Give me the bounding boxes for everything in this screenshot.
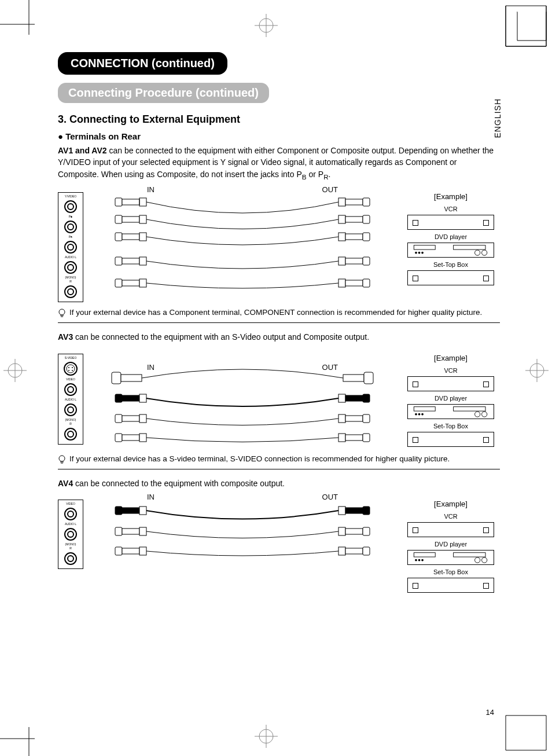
svg-rect-60 (343, 375, 364, 381)
svg-rect-92 (345, 508, 363, 513)
stb-icon (407, 270, 494, 285)
tip-svideo: If your external device has a S-video te… (58, 454, 500, 464)
example-label: [Example] (434, 192, 468, 201)
lightbulb-icon (58, 455, 66, 464)
jack-icon (64, 403, 77, 416)
svg-rect-18 (338, 198, 345, 206)
jack-icon (64, 285, 77, 298)
svg-rect-28 (122, 234, 139, 240)
svg-rect-39 (115, 279, 122, 287)
lightbulb-icon (58, 309, 66, 318)
svg-rect-88 (115, 507, 122, 515)
device-label-stb: Set-Top Box (433, 423, 468, 430)
svg-point-57 (72, 370, 73, 371)
svg-rect-66 (345, 395, 363, 401)
svg-rect-102 (139, 547, 146, 555)
sub-pb: B (302, 173, 307, 180)
svg-point-82 (475, 412, 480, 417)
svg-rect-107 (454, 553, 485, 557)
svg-rect-23 (139, 215, 146, 223)
svg-rect-16 (122, 199, 139, 205)
divider (58, 322, 500, 323)
cable-diagram: IN OUT (89, 192, 396, 293)
svg-rect-67 (363, 394, 370, 402)
svg-rect-29 (139, 233, 146, 241)
svg-point-51 (421, 252, 424, 254)
svg-point-54 (68, 367, 69, 368)
svg-rect-77 (338, 434, 345, 442)
stb-icon (407, 578, 494, 593)
svg-rect-46 (454, 245, 485, 249)
divider (58, 469, 500, 469)
svg-rect-64 (139, 394, 146, 402)
svg-rect-80 (414, 406, 435, 410)
svg-point-52 (59, 309, 65, 315)
svg-point-111 (418, 559, 421, 562)
jack-icon (64, 221, 77, 233)
svg-rect-41 (139, 279, 146, 287)
in-label: IN (147, 185, 154, 194)
av12-body: can be connected to the equipment with e… (58, 146, 494, 179)
jack-label: Y/VIDEO (65, 195, 76, 198)
svg-point-108 (475, 557, 480, 563)
svg-rect-96 (139, 527, 146, 535)
in-label: IN (147, 363, 154, 372)
svg-rect-73 (363, 414, 370, 423)
device-label-stb: Set-Top Box (433, 261, 468, 268)
jack-icon (64, 508, 77, 520)
svg-point-56 (68, 370, 69, 371)
svg-rect-104 (345, 548, 363, 554)
svg-rect-100 (115, 547, 122, 555)
jack-label: (MONO) (65, 543, 76, 546)
svg-rect-89 (122, 508, 139, 513)
jack-label: AUDIO L (65, 256, 76, 259)
svg-rect-98 (345, 529, 363, 534)
svg-point-48 (482, 250, 487, 255)
jack-icon (64, 241, 77, 254)
cable-svg (89, 500, 396, 563)
cable-svg (89, 192, 396, 291)
svg-rect-26 (363, 215, 370, 223)
terminals-heading: ● Terminals on Rear (58, 131, 500, 141)
svg-rect-24 (338, 215, 345, 223)
svg-rect-78 (345, 435, 363, 441)
jack-label: S-VIDEO (65, 357, 77, 359)
vcr-icon (407, 215, 494, 230)
svg-rect-81 (454, 406, 485, 410)
svg-point-110 (415, 559, 417, 562)
example-devices: [Example] VCR DVD player Set-Top Box (402, 354, 500, 447)
diagram-av4: VIDEO AUDIO L (MONO) R IN OUT (58, 500, 500, 593)
jack-label: Pʀ (69, 236, 72, 238)
svg-rect-91 (338, 507, 345, 515)
step-heading: 3. Connecting to External Equipment (58, 113, 500, 126)
in-label: IN (147, 493, 154, 501)
svg-rect-15 (115, 198, 122, 206)
svg-rect-62 (115, 394, 122, 402)
av12-tail: . (329, 170, 331, 179)
svg-rect-45 (414, 245, 435, 249)
svg-point-84 (415, 413, 417, 415)
jack-icon (64, 383, 77, 396)
svg-rect-103 (338, 547, 345, 555)
example-devices: [Example] VCR DVD player Set-Top Box (402, 500, 500, 593)
svg-rect-68 (115, 414, 122, 423)
example-devices: [Example] VCR DVD player Set-Top Box (402, 192, 500, 285)
terminal-strip-av4: VIDEO AUDIO L (MONO) R (58, 500, 83, 569)
jack-icon (64, 261, 77, 274)
example-label: [Example] (434, 354, 468, 362)
jack-label: Pʙ (69, 215, 72, 218)
diagram-av3: S-VIDEO VIDEO AUDIO L (MONO) R IN OUT (58, 354, 500, 449)
svg-rect-33 (115, 257, 122, 265)
vcr-icon (407, 522, 494, 537)
svg-rect-42 (338, 279, 345, 287)
av3-lead: AV3 (58, 332, 73, 342)
svg-rect-32 (363, 233, 370, 241)
svg-rect-38 (363, 257, 370, 265)
svg-rect-106 (414, 553, 435, 557)
out-label: OUT (322, 185, 338, 194)
jack-label: (MONO) (65, 419, 76, 421)
svideo-jack-icon (64, 362, 78, 376)
jack-label: (MONO) (65, 276, 76, 279)
section-heading: CONNECTION (continued) (58, 52, 227, 75)
svg-point-112 (421, 559, 424, 562)
